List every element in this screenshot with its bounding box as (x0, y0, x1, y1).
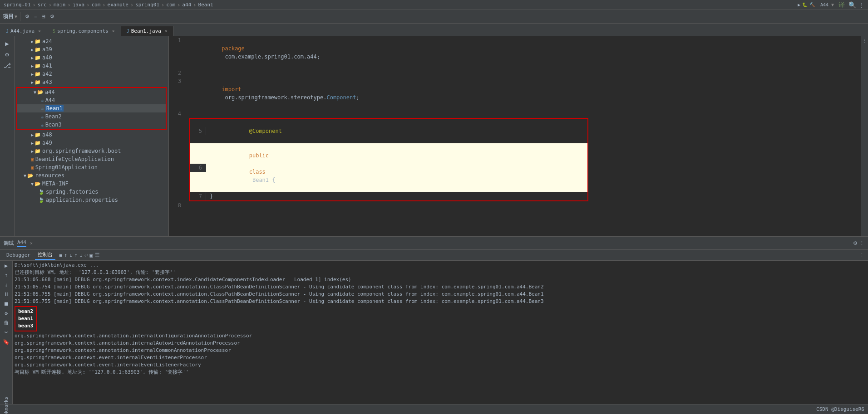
more-icon[interactable]: ⋮ (858, 1, 864, 9)
arrow-a48[interactable]: ▶ (31, 132, 34, 137)
arrow-a40[interactable]: ▶ (31, 55, 34, 60)
tab-a44java[interactable]: J A44.java × (0, 26, 47, 36)
gutter-trash-btn[interactable]: 🗑 (3, 319, 10, 327)
toolbar-minus[interactable]: ⊟ (39, 13, 47, 20)
toolbar-list[interactable]: ≡ (32, 13, 39, 20)
breadcrumb-com2: com (166, 2, 175, 8)
console-wrap-icon[interactable]: ⏎ (84, 252, 88, 258)
settings-btn[interactable]: ⚙ (853, 240, 858, 246)
console-toolbar-icon1[interactable]: ≡ (59, 252, 62, 258)
search-icon[interactable]: 🔍 (848, 1, 856, 9)
topbar-right: ▶ 🐛 🔨 A44 ▼ 译 🔍 ⋮ (798, 1, 864, 9)
gutter-up-btn[interactable]: ↑ (4, 271, 9, 279)
tree-item-a44-class[interactable]: ☕ A44 (17, 96, 166, 104)
arrow-metainf[interactable]: ▼ (31, 181, 34, 186)
more-btn[interactable]: ⋮ (859, 240, 864, 246)
tree-item-app-properties[interactable]: 🍃 application.properties (15, 196, 168, 204)
bottom-panel-header: 调试 A44 × ⚙ ⋮ (0, 237, 868, 250)
console-toolbar-icon2[interactable]: ↑ (64, 252, 67, 258)
tree-item-a41[interactable]: ▶ 📁 a41 (15, 62, 168, 70)
app-icon-spring01: ▣ (31, 165, 34, 170)
debug-icon[interactable]: 🐛 (802, 2, 808, 7)
bookmarks-label: bookmarks (4, 397, 9, 414)
bottom-panel-expand[interactable]: ⋮ (859, 253, 864, 258)
console-toolbar-icon5[interactable]: ↓ (79, 252, 83, 258)
gutter-pause-btn[interactable]: ⏸ (3, 290, 10, 298)
app-icon-lifecycle: ▣ (31, 156, 34, 162)
tree-item-spring-factories[interactable]: 🍃 spring.factories (15, 188, 168, 196)
tab-debugger[interactable]: Debugger (4, 251, 33, 259)
spring-factories-icon: 🍃 (38, 189, 44, 195)
toolbar-settings[interactable]: ⚙ (23, 13, 31, 20)
code-line-5: 5 @Component (190, 119, 587, 143)
code-line-1: 1 package com.example.spring01.com.a44; (169, 36, 861, 69)
arrow-a43[interactable]: ▶ (31, 80, 34, 85)
tree-item-a42[interactable]: ▶ 📁 a42 (15, 70, 168, 78)
a44-config[interactable]: A44 (820, 2, 829, 7)
console-line-path: D:\soft\jdk\bin\java.exe ... (15, 262, 866, 269)
tab-close-bean1[interactable]: × (165, 29, 168, 34)
project-label: 项目 (3, 13, 14, 20)
tree-item-a24[interactable]: ▶ 📁 a24 (15, 37, 168, 45)
tab-spring-components[interactable]: S spring.components × (47, 26, 121, 36)
code-line-6: 6 public class Bean1 { (190, 143, 587, 192)
tab-bean1java[interactable]: J Bean1.java × (121, 26, 173, 36)
arrow-a44[interactable]: ▼ (34, 90, 36, 95)
sidebar-debug-icon[interactable]: ⚙ (3, 49, 10, 60)
tree-item-bean3[interactable]: ☕ Bean3 (17, 121, 166, 129)
arrow-a49[interactable]: ▶ (31, 141, 34, 146)
tree-item-a49[interactable]: ▶ 📁 a49 (15, 139, 168, 147)
breadcrumb-a44: a44 (182, 2, 191, 8)
console-extra-5: org.springframework.context.event.intern… (15, 361, 866, 369)
gutter-bookmark-btn[interactable]: 🔖 (2, 338, 10, 346)
tree-item-a39[interactable]: ▶ 📁 a39 (15, 45, 168, 54)
arrow-a42[interactable]: ▶ (31, 72, 34, 77)
tree-item-beanlifecycle[interactable]: ▣ BeanLifeCycleApplication (15, 155, 168, 163)
tree-item-a43[interactable]: ▶ 📁 a43 (15, 78, 168, 86)
tab-console[interactable]: 控制台 (35, 250, 55, 260)
tree-item-bean1[interactable]: ☕ Bean1 (17, 104, 166, 112)
arrow-a41[interactable]: ▶ (31, 63, 34, 68)
console-disconnect: 与目标 VM 断开连接, 地址为: ''127.0.0.1:63903', 传输… (15, 369, 866, 376)
left-sidebar: ▶ ⚙ ⎇ (0, 36, 15, 236)
tree-item-org[interactable]: ▶ 📁 org.springframework.boot (15, 147, 168, 155)
tab-close-spring[interactable]: × (112, 29, 115, 34)
bean3-line: bean3 (18, 322, 33, 330)
right-sidebar-icon[interactable]: ⋮ (863, 38, 867, 43)
tree-item-resources[interactable]: ▼ 📂 resources (15, 171, 168, 180)
gutter-run-btn[interactable]: ▶ (4, 262, 9, 270)
translate-icon[interactable]: 译 (838, 1, 845, 9)
tree-item-bean2[interactable]: ☕ Bean2 (17, 112, 166, 121)
arrow-resources[interactable]: ▼ (24, 173, 26, 178)
sidebar-git-icon[interactable]: ⎇ (2, 60, 13, 71)
tree-item-a48[interactable]: ▶ 📁 a48 (15, 131, 168, 139)
tab-a44-run[interactable]: A44 (17, 239, 26, 247)
tree-item-metainf[interactable]: ▼ 📂 META-INF (15, 180, 168, 188)
console-icon6[interactable]: ▣ (89, 252, 93, 258)
gutter-stop-btn[interactable]: ⏹ (3, 300, 10, 308)
sidebar-run-icon[interactable]: ▶ (3, 38, 10, 49)
run-icon[interactable]: ▶ (798, 2, 800, 7)
status-right: CSDN @DisguiseR6 (816, 406, 864, 412)
folder-icon-a43: 📁 (35, 79, 41, 85)
toolbar-config2[interactable]: ⚙ (48, 13, 56, 20)
gutter-down-btn[interactable]: ↓ (4, 281, 9, 289)
breadcrumb-bean1: Bean1 (198, 2, 213, 8)
tab-a44-close[interactable]: × (30, 241, 33, 246)
tree-item-a44[interactable]: ▼ 📂 a44 (17, 88, 166, 96)
console-toolbar-icon3[interactable]: ↓ (69, 252, 72, 258)
console-icon7[interactable]: ☰ (95, 252, 100, 258)
arrow-a24[interactable]: ▶ (31, 39, 34, 44)
tree-item-a40[interactable]: ▶ 📁 a40 (15, 54, 168, 62)
gutter-config-btn[interactable]: ⚙ (4, 309, 9, 317)
dropdown-arrow[interactable]: ▼ (15, 14, 17, 19)
tab-close-a44[interactable]: × (38, 29, 41, 34)
console-toolbar-icon4[interactable]: ↑ (74, 252, 78, 258)
arrow-a39[interactable]: ▶ (31, 47, 34, 52)
breadcrumb-main: main (54, 2, 66, 8)
tree-item-spring01app[interactable]: ▣ Spring01Application (15, 163, 168, 171)
gutter-scissors-btn[interactable]: ✂ (4, 328, 9, 336)
java-file-icon: J (6, 29, 9, 34)
build-icon[interactable]: 🔨 (809, 2, 815, 7)
arrow-org[interactable]: ▶ (31, 149, 34, 154)
